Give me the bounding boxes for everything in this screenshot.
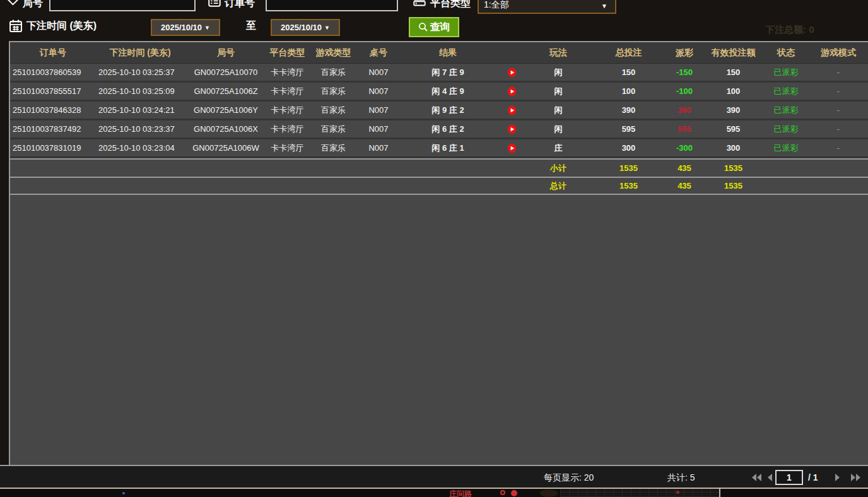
platform-type-label: 平台类型 xyxy=(430,0,471,10)
cell-time: 2025-10-10 03:23:37 xyxy=(96,124,184,134)
cell-play: 闲 xyxy=(525,86,592,97)
prev-page-icon[interactable] xyxy=(766,473,773,482)
cell-play: 闲 xyxy=(525,67,592,78)
cell-valid_bet: 300 xyxy=(703,143,763,153)
cell-valid_bet: 100 xyxy=(703,86,763,96)
cell-payout: -100 xyxy=(666,86,703,96)
play-video-icon[interactable] xyxy=(498,124,525,134)
cell-order: 251010037846328 xyxy=(10,105,96,115)
cell-game: 百家乐 xyxy=(307,143,360,154)
cell-round: GN00725A1006X xyxy=(184,124,267,134)
cell-platform: 卡卡湾厅 xyxy=(267,124,307,135)
last-page-icon[interactable] xyxy=(850,473,862,482)
order-id-input[interactable] xyxy=(266,0,398,11)
marker-dot-blue xyxy=(122,492,125,494)
column-header-4: 游戏类型 xyxy=(307,47,360,59)
cell-platform: 卡卡湾厅 xyxy=(267,105,307,116)
column-header-0: 订单号 xyxy=(10,47,96,59)
cell-table_no: N007 xyxy=(360,105,397,115)
play-video-icon[interactable] xyxy=(498,67,525,78)
round-id-input[interactable] xyxy=(49,0,196,11)
cell-mode: - xyxy=(809,86,868,96)
cell-table_no: N007 xyxy=(360,143,397,153)
cell-play: 闲 xyxy=(525,124,592,135)
round-id-label: 局号 xyxy=(23,0,43,10)
grand-total-valid-bet: 1535 xyxy=(703,181,763,190)
play-video-icon[interactable] xyxy=(498,86,525,96)
grand-total-payout: 435 xyxy=(666,181,703,190)
table-row: 2510100378605392025-10-10 03:25:37GN0072… xyxy=(10,64,868,83)
page-total-label: / 1 xyxy=(808,472,818,482)
page-size-label: 每页显示: 20 xyxy=(544,472,594,484)
cell-result: 闲 4 庄 9 xyxy=(397,86,498,97)
first-page-icon[interactable] xyxy=(751,473,762,482)
cell-time: 2025-10-10 03:25:37 xyxy=(96,67,184,77)
cell-order: 251010037860539 xyxy=(10,67,96,77)
cell-mode: - xyxy=(809,124,868,134)
column-header-8: 玩法 xyxy=(525,47,592,59)
column-header-5: 桌号 xyxy=(360,47,397,59)
order-id-label: 订单号 xyxy=(225,0,255,10)
chevron-down-icon: ▼ xyxy=(324,25,330,31)
chevron-down-icon: ▼ xyxy=(204,25,210,31)
cell-time: 2025-10-10 03:23:04 xyxy=(96,143,184,153)
next-page-icon[interactable] xyxy=(834,473,842,482)
cell-status: 已派彩 xyxy=(763,105,809,116)
cell-result: 闲 7 庄 9 xyxy=(397,67,498,78)
cell-time: 2025-10-10 03:24:21 xyxy=(96,105,184,115)
search-icon xyxy=(418,22,428,32)
date-from-value: 2025/10/10 xyxy=(161,23,202,32)
order-list-icon xyxy=(208,0,221,7)
cell-total_bet: 595 xyxy=(592,124,666,134)
column-header-10: 派彩 xyxy=(666,47,703,59)
cell-round: GN00725A10070 xyxy=(184,67,267,77)
subtotal-row: 小计15354351535 xyxy=(10,158,868,177)
cell-valid_bet: 150 xyxy=(703,67,763,77)
records-table: 订单号下注时间 (美东)局号平台类型游戏类型桌号结果玩法总投注派彩有效投注额状态… xyxy=(9,41,868,465)
round-id-icon xyxy=(5,0,20,6)
cell-payout: -150 xyxy=(666,67,703,77)
cell-total_bet: 150 xyxy=(592,67,666,77)
play-video-icon[interactable] xyxy=(498,143,525,153)
column-header-9: 总投注 xyxy=(592,47,666,59)
column-header-13: 游戏模式 xyxy=(809,47,868,59)
cell-payout: -300 xyxy=(666,143,703,153)
cell-game: 百家乐 xyxy=(307,105,360,116)
table-header-row: 订单号下注时间 (美东)局号平台类型游戏类型桌号结果玩法总投注派彩有效投注额状态… xyxy=(10,42,868,64)
subtotal-total-bet: 1535 xyxy=(592,163,666,173)
cell-order: 251010037831019 xyxy=(10,143,96,153)
pagination-bar: 每页显示: 20 共计: 5 1 / 1 xyxy=(0,465,868,488)
cell-valid_bet: 390 xyxy=(703,105,763,115)
play-video-icon[interactable] xyxy=(498,105,525,115)
chevron-down-icon: ▼ xyxy=(601,3,607,9)
cell-payout: 595 xyxy=(666,124,703,134)
table-body: 2510100378605392025-10-10 03:25:37GN0072… xyxy=(10,64,868,195)
cell-total_bet: 100 xyxy=(592,86,666,96)
page-number-input[interactable]: 1 xyxy=(775,470,803,485)
date-to-picker[interactable]: 2025/10/10 ▼ xyxy=(271,19,340,36)
player-dot-icon xyxy=(511,490,517,496)
query-button-label: 查询 xyxy=(430,21,450,34)
table-row: 2510100378555172025-10-10 03:25:09GN0072… xyxy=(10,83,868,102)
cell-mode: - xyxy=(809,143,868,153)
table-row: 2510100378463282025-10-10 03:24:21GN0072… xyxy=(10,102,868,120)
road-map-label: 庄问路 xyxy=(449,489,472,497)
background-shape xyxy=(540,489,558,497)
subtotal-valid-bet: 1535 xyxy=(703,163,763,173)
date-from-picker[interactable]: 2025/10/10 ▼ xyxy=(151,19,220,36)
background-divider xyxy=(719,489,720,497)
cell-mode: - xyxy=(809,67,868,77)
cell-time: 2025-10-10 03:25:09 xyxy=(96,86,184,96)
date-to-label: 至 xyxy=(246,20,256,33)
cell-total_bet: 390 xyxy=(592,105,666,115)
grand-total-row: 总计15354351535 xyxy=(10,177,868,195)
column-header-12: 状态 xyxy=(763,47,809,59)
cell-result: 闲 6 庄 1 xyxy=(397,143,498,154)
cell-table_no: N007 xyxy=(360,67,397,77)
query-button[interactable]: 查询 xyxy=(409,17,459,37)
subtotal-label: 小计 xyxy=(525,163,592,174)
platform-type-select[interactable]: 1:全部 ▼ xyxy=(478,0,616,14)
cell-game: 百家乐 xyxy=(307,124,360,135)
cell-order: 251010037837492 xyxy=(10,124,96,134)
cell-status: 已派彩 xyxy=(763,86,809,97)
